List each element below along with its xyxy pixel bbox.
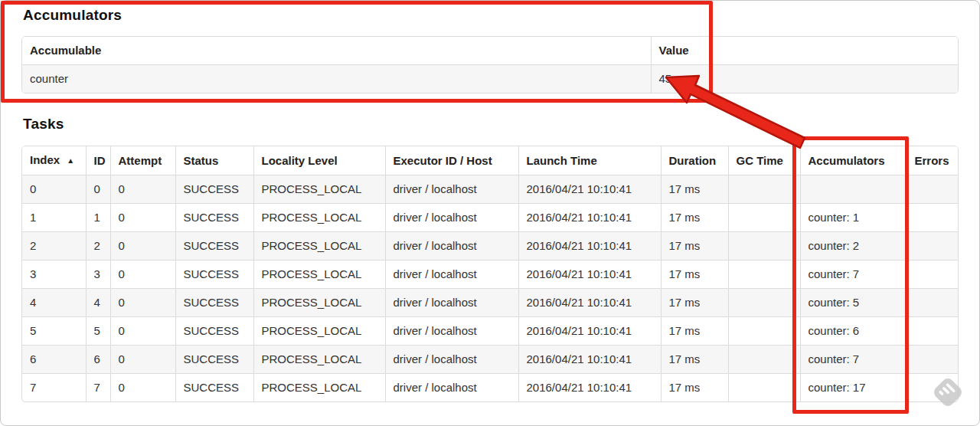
task-cell-launch_time: 2016/04/21 10:10:41 — [518, 232, 661, 261]
task-cell-gc_time — [728, 232, 800, 261]
task-cell-id: 0 — [86, 175, 110, 204]
task-row: 220SUCCESSPROCESS_LOCALdriver / localhos… — [22, 232, 958, 261]
tasks-column-header-attempt[interactable]: Attempt — [110, 146, 175, 175]
task-cell-status: SUCCESS — [175, 374, 253, 402]
task-cell-status: SUCCESS — [175, 175, 253, 204]
task-cell-errors — [906, 204, 958, 232]
task-cell-index: 5 — [22, 317, 86, 346]
task-cell-errors — [906, 317, 958, 346]
task-cell-gc_time — [728, 175, 800, 204]
task-cell-launch_time: 2016/04/21 10:10:41 — [518, 317, 661, 346]
column-label: Errors — [915, 154, 949, 167]
task-cell-duration: 17 ms — [661, 175, 728, 204]
task-cell-locality_level: PROCESS_LOCAL — [253, 232, 385, 261]
task-cell-duration: 17 ms — [661, 346, 728, 374]
task-cell-locality_level: PROCESS_LOCAL — [253, 346, 385, 374]
task-row: 440SUCCESSPROCESS_LOCALdriver / localhos… — [22, 289, 958, 317]
column-label: Launch Time — [527, 154, 597, 167]
task-cell-executor_id_host: driver / localhost — [385, 204, 518, 232]
column-label: Index — [30, 153, 60, 166]
task-cell-index: 6 — [22, 346, 86, 374]
tasks-table: Index▲IDAttemptStatusLocality LevelExecu… — [21, 146, 959, 402]
task-cell-gc_time — [728, 204, 800, 232]
task-cell-errors — [906, 289, 958, 317]
tasks-column-header-launch_time[interactable]: Launch Time — [518, 146, 661, 175]
task-cell-index: 3 — [22, 261, 86, 289]
task-cell-errors — [906, 175, 958, 204]
task-cell-id: 4 — [86, 289, 110, 317]
accumulator-row: counter 45 — [22, 65, 958, 93]
task-cell-attempt: 0 — [110, 289, 175, 317]
task-cell-duration: 17 ms — [661, 289, 728, 317]
task-cell-index: 4 — [22, 289, 86, 317]
tasks-column-header-accumulators[interactable]: Accumulators — [800, 146, 906, 175]
task-cell-attempt: 0 — [110, 175, 175, 204]
task-row: 110SUCCESSPROCESS_LOCALdriver / localhos… — [22, 204, 958, 232]
task-cell-attempt: 0 — [110, 204, 175, 232]
task-cell-attempt: 0 — [110, 232, 175, 261]
tasks-column-header-gc_time[interactable]: GC Time — [728, 146, 800, 175]
task-cell-duration: 17 ms — [661, 232, 728, 261]
task-cell-errors — [906, 261, 958, 289]
accumulable-name-cell: counter — [22, 65, 651, 93]
task-cell-executor_id_host: driver / localhost — [385, 289, 518, 317]
task-cell-duration: 17 ms — [661, 374, 728, 402]
task-cell-duration: 17 ms — [661, 317, 728, 346]
tasks-column-header-errors[interactable]: Errors — [906, 146, 958, 175]
tasks-column-header-duration[interactable]: Duration — [661, 146, 728, 175]
tasks-column-header-status[interactable]: Status — [175, 146, 253, 175]
task-cell-launch_time: 2016/04/21 10:10:41 — [518, 346, 661, 374]
task-row: 770SUCCESSPROCESS_LOCALdriver / localhos… — [22, 374, 958, 402]
task-cell-attempt: 0 — [110, 346, 175, 374]
tasks-header-row: Index▲IDAttemptStatusLocality LevelExecu… — [22, 146, 958, 175]
accumulable-value-cell: 45 — [651, 65, 958, 93]
task-cell-executor_id_host: driver / localhost — [385, 346, 518, 374]
task-cell-attempt: 0 — [110, 261, 175, 289]
column-label: Executor ID / Host — [394, 154, 492, 167]
task-cell-status: SUCCESS — [175, 346, 253, 374]
task-cell-gc_time — [728, 289, 800, 317]
task-cell-index: 1 — [22, 204, 86, 232]
task-cell-gc_time — [728, 317, 800, 346]
task-cell-accumulators: counter: 7 — [800, 346, 906, 374]
tasks-column-header-executor_id_host[interactable]: Executor ID / Host — [385, 146, 518, 175]
column-label: Accumulators — [808, 154, 885, 167]
task-row: 660SUCCESSPROCESS_LOCALdriver / localhos… — [22, 346, 958, 374]
task-cell-id: 7 — [86, 374, 110, 402]
accumulable-column-header: Accumulable — [22, 37, 651, 65]
task-cell-launch_time: 2016/04/21 10:10:41 — [518, 175, 661, 204]
task-cell-attempt: 0 — [110, 374, 175, 402]
task-cell-executor_id_host: driver / localhost — [385, 317, 518, 346]
task-cell-gc_time — [728, 346, 800, 374]
task-cell-launch_time: 2016/04/21 10:10:41 — [518, 204, 661, 232]
task-cell-status: SUCCESS — [175, 317, 253, 346]
task-cell-locality_level: PROCESS_LOCAL — [253, 204, 385, 232]
task-cell-locality_level: PROCESS_LOCAL — [253, 289, 385, 317]
task-cell-accumulators: counter: 7 — [800, 261, 906, 289]
column-label: GC Time — [737, 154, 783, 167]
accumulators-header-row: Accumulable Value — [22, 37, 958, 65]
tasks-column-header-locality_level[interactable]: Locality Level — [253, 146, 385, 175]
tasks-column-header-index[interactable]: Index▲ — [22, 146, 86, 175]
task-cell-id: 3 — [86, 261, 110, 289]
task-cell-launch_time: 2016/04/21 10:10:41 — [518, 261, 661, 289]
task-cell-launch_time: 2016/04/21 10:10:41 — [518, 289, 661, 317]
task-cell-executor_id_host: driver / localhost — [385, 232, 518, 261]
task-cell-status: SUCCESS — [175, 261, 253, 289]
task-cell-id: 1 — [86, 204, 110, 232]
task-cell-executor_id_host: driver / localhost — [385, 374, 518, 402]
task-cell-id: 2 — [86, 232, 110, 261]
task-cell-status: SUCCESS — [175, 204, 253, 232]
task-cell-accumulators: counter: 6 — [800, 317, 906, 346]
accumulators-section-title: Accumulators — [23, 7, 122, 24]
task-cell-locality_level: PROCESS_LOCAL — [253, 374, 385, 402]
task-cell-id: 5 — [86, 317, 110, 346]
task-cell-launch_time: 2016/04/21 10:10:41 — [518, 374, 661, 402]
task-row: 330SUCCESSPROCESS_LOCALdriver / localhos… — [22, 261, 958, 289]
column-label: Locality Level — [262, 154, 338, 167]
task-cell-accumulators: counter: 5 — [800, 289, 906, 317]
task-cell-index: 2 — [22, 232, 86, 261]
task-cell-duration: 17 ms — [661, 261, 728, 289]
tasks-column-header-id[interactable]: ID — [86, 146, 110, 175]
task-cell-locality_level: PROCESS_LOCAL — [253, 317, 385, 346]
